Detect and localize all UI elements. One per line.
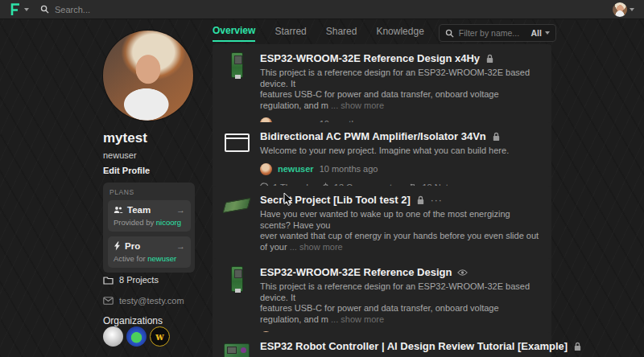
plan-detail-prefix: Provided by — [114, 218, 156, 227]
user-menu-caret-icon[interactable] — [630, 8, 634, 11]
project-title[interactable]: Bidirectional AC PWM Amplifier/Isolator … — [260, 130, 486, 142]
search-icon — [445, 29, 454, 38]
timestamp: 10 months ago — [320, 164, 378, 174]
org-avatar[interactable]: w — [150, 326, 170, 347]
tab-overview[interactable]: Overview — [213, 25, 255, 42]
org-avatar[interactable] — [126, 326, 147, 347]
user-avatar[interactable] — [613, 2, 627, 17]
email-text: testy@testy.com — [119, 296, 184, 306]
profile-username: newuser — [103, 150, 137, 160]
show-more-link[interactable]: ... show more — [331, 314, 384, 324]
project-card[interactable]: ESP32 Robot Controller | AI Design Revie… — [213, 332, 551, 357]
bolt-icon — [114, 241, 121, 251]
projects-count-row: 8 Projects — [103, 275, 159, 285]
projects-header: Overview Starred Shared Knowledge All + … — [213, 24, 551, 42]
description-line: Have you ever wanted to wake up to one o… — [260, 209, 510, 230]
project-title[interactable]: ESP32-WROOM-32E Reference Design x4Hy — [260, 52, 480, 64]
project-thumbnail-pcb — [222, 198, 250, 213]
org-link[interactable]: nicoorg — [156, 218, 181, 227]
plan-detail-prefix: Active for — [114, 254, 147, 263]
project-thumbnail-pcb — [231, 266, 243, 292]
arrow-right-icon: → — [176, 241, 185, 251]
global-search — [40, 5, 167, 14]
plans-header: PLANS — [109, 188, 191, 196]
tab-knowledge[interactable]: Knowledge — [376, 26, 423, 41]
description-line: This project is a reference design for a… — [260, 281, 530, 302]
folder-icon — [103, 276, 114, 285]
tab-shared[interactable]: Shared — [326, 26, 357, 41]
lock-icon — [492, 132, 501, 142]
show-more-link[interactable]: ... show more — [290, 242, 343, 252]
plan-detail: Provided by nicoorg — [114, 218, 185, 227]
organizations-list: w — [103, 326, 170, 347]
project-title[interactable]: ESP32 Robot Controller | AI Design Revie… — [260, 340, 568, 352]
description-line: Welcome to your new project. Imagine wha… — [260, 146, 509, 155]
org-avatar[interactable] — [103, 326, 123, 347]
logo-caret-icon — [24, 8, 29, 11]
plan-name: Pro — [125, 241, 140, 251]
filter-scope-dropdown[interactable]: All — [530, 28, 549, 38]
description-line: This project is a reference design for a… — [260, 68, 530, 88]
project-description: Have you ever wanted to wake up to one o… — [260, 209, 540, 252]
user-link[interactable]: newuser — [147, 254, 176, 263]
flux-logo-icon — [10, 3, 21, 16]
projects-count: 8 Projects — [119, 275, 159, 285]
team-icon — [114, 206, 123, 214]
edit-profile-link[interactable]: Edit Profile — [103, 166, 150, 175]
organizations-label: Organizations — [103, 315, 163, 326]
email-row: testy@testy.com — [103, 296, 184, 306]
plans-panel: PLANS Team → Provided by nicoorg Pro — [103, 183, 195, 273]
tab-starred[interactable]: Starred — [275, 26, 306, 41]
author-avatar[interactable] — [260, 163, 272, 175]
profile-avatar[interactable] — [103, 31, 193, 121]
lock-icon — [416, 195, 425, 205]
show-more-link[interactable]: ... show more — [331, 101, 384, 110]
profile-display-name: mytest — [103, 130, 147, 146]
flux-logo[interactable] — [10, 3, 29, 16]
project-description: This project is a reference design for a… — [260, 281, 540, 325]
plan-name: Team — [127, 205, 151, 215]
project-title[interactable]: Secret Project [Lib Tool test 2] — [260, 194, 411, 206]
tabs: Overview Starred Shared Knowledge — [213, 25, 424, 42]
global-search-input[interactable] — [55, 5, 167, 14]
project-description: Welcome to your new project. Imagine wha… — [260, 146, 540, 157]
filter-scope-value: All — [530, 28, 541, 38]
project-title[interactable]: ESP32-WROOM-32E Reference Design — [260, 266, 452, 278]
plan-card-pro[interactable]: Pro → Active for newuser — [108, 236, 191, 268]
project-thumbnail-pcb — [224, 343, 250, 357]
arrow-right-icon: → — [176, 205, 185, 215]
lock-icon — [485, 54, 494, 64]
topbar — [0, 0, 644, 19]
filter-bar: All — [439, 24, 556, 42]
lock-icon — [573, 342, 582, 351]
search-icon — [40, 5, 49, 14]
plan-card-team[interactable]: Team → Provided by nicoorg — [108, 200, 191, 232]
eye-icon — [457, 269, 468, 277]
project-description: This project is a reference design for a… — [260, 68, 540, 111]
project-thumbnail-default — [225, 133, 250, 152]
author-name[interactable]: newuser — [278, 164, 314, 174]
mail-icon — [103, 297, 114, 305]
filter-input[interactable] — [459, 28, 526, 38]
plan-detail: Active for newuser — [114, 254, 185, 263]
card-menu-button[interactable]: ··· — [431, 198, 443, 203]
chevron-down-icon — [545, 31, 550, 35]
project-thumbnail-pcb — [231, 52, 243, 78]
